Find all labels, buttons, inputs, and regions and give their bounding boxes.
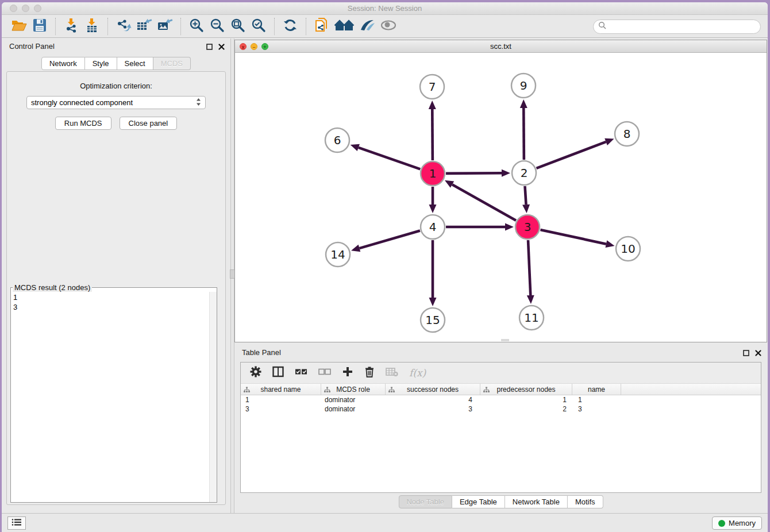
- run-mcds-button[interactable]: Run MCDS: [55, 117, 111, 130]
- column-type-icon: [244, 387, 250, 395]
- search-icon: [598, 21, 607, 32]
- control-panel-title: Control Panel: [9, 42, 55, 51]
- open-file-button[interactable]: [9, 17, 29, 36]
- column-header-predecessor-nodes[interactable]: predecessor nodes: [480, 384, 572, 395]
- graph-edge-1-6[interactable]: [359, 148, 420, 169]
- mcds-result-box: MCDS result (2 nodes) 1 3: [10, 283, 217, 503]
- import-table-button[interactable]: [82, 17, 102, 36]
- import-network-button[interactable]: [61, 17, 82, 36]
- cell-shared-name[interactable]: 1: [241, 395, 321, 404]
- graph-edge-arrowhead: [520, 99, 528, 108]
- column-header-mcds-role[interactable]: MCDS role: [321, 384, 386, 395]
- graph-edge-2-8[interactable]: [537, 142, 606, 168]
- column-header-successor-nodes[interactable]: successor nodes: [386, 384, 480, 395]
- export-network-button[interactable]: [113, 17, 134, 36]
- delete-table-button[interactable]: [386, 367, 398, 379]
- tab-style[interactable]: Style: [85, 57, 117, 70]
- cell-mcds-role[interactable]: dominator: [321, 404, 386, 414]
- select-all-button[interactable]: [295, 368, 307, 378]
- cell-successor-nodes[interactable]: 4: [386, 395, 480, 404]
- graph-edge-arrowhead: [505, 223, 514, 231]
- float-panel-icon[interactable]: [206, 42, 213, 52]
- mcds-result-list[interactable]: 1 3: [11, 292, 209, 502]
- deselect-all-button[interactable]: [318, 368, 331, 378]
- tab-edge-table[interactable]: Edge Table: [452, 495, 505, 508]
- cell-name[interactable]: 1: [572, 395, 621, 404]
- apply-layout-button[interactable]: [280, 17, 301, 36]
- export-image-button[interactable]: [155, 17, 175, 36]
- show-hide-button[interactable]: [378, 17, 399, 36]
- network-window-title: scc.txt: [235, 40, 767, 53]
- table-row[interactable]: 1 dominator 4 1 1: [241, 395, 761, 404]
- vertical-splitter[interactable]: [230, 38, 234, 513]
- graph-node-label: 7: [429, 80, 436, 94]
- add-column-button[interactable]: [342, 366, 353, 380]
- search-field[interactable]: [593, 20, 761, 34]
- column-header-name[interactable]: name: [572, 384, 621, 395]
- graph-edge-1-2[interactable]: [446, 173, 502, 174]
- table-row[interactable]: 3 dominator 3 2 3: [241, 404, 761, 414]
- delete-column-button[interactable]: [364, 366, 375, 380]
- copy-network-button[interactable]: [311, 17, 332, 36]
- close-table-panel-icon[interactable]: [755, 348, 761, 358]
- zoom-fit-button[interactable]: [228, 17, 248, 36]
- network-resize-grip[interactable]: [501, 339, 509, 341]
- cell-predecessor-nodes[interactable]: 2: [480, 404, 572, 414]
- network-view[interactable]: 7968124314101511: [235, 53, 767, 342]
- show-panels-button[interactable]: [7, 516, 26, 530]
- zoom-in-button[interactable]: [186, 17, 207, 36]
- zoom-selected-button[interactable]: [248, 17, 269, 36]
- export-table-button[interactable]: [134, 17, 155, 36]
- memory-button[interactable]: Memory: [712, 516, 762, 530]
- graph-node-label: 1: [429, 167, 437, 180]
- window-titlebar: Session: New Session: [2, 2, 768, 15]
- table-header: shared name MCDS role successor nodes pr…: [241, 384, 761, 395]
- table-settings-button[interactable]: [250, 366, 261, 380]
- tab-network[interactable]: Network: [41, 57, 85, 70]
- search-input[interactable]: [609, 21, 760, 32]
- float-table-panel-icon[interactable]: [743, 348, 749, 358]
- graph-edge-4-14[interactable]: [359, 230, 419, 248]
- tab-motifs[interactable]: Motifs: [568, 495, 603, 508]
- unchecked-boxes-icon: [318, 368, 331, 378]
- cell-name[interactable]: 3: [572, 404, 621, 414]
- save-session-button[interactable]: [29, 17, 50, 36]
- mcds-result-item[interactable]: 3: [13, 302, 209, 312]
- column-header-shared-name[interactable]: shared name: [241, 384, 321, 395]
- cell-predecessor-nodes[interactable]: 1: [480, 395, 572, 404]
- toolbar-separator: [107, 18, 108, 35]
- refresh-icon: [283, 18, 298, 35]
- mcds-result-title: MCDS result (2 nodes): [13, 283, 92, 292]
- zoom-out-button[interactable]: [207, 17, 228, 36]
- cell-shared-name[interactable]: 3: [241, 404, 321, 414]
- mcds-result-item[interactable]: 1: [13, 292, 209, 302]
- tab-mcds[interactable]: MCDS: [153, 57, 191, 70]
- list-icon: [11, 518, 22, 529]
- criterion-selected-value: strongly connected component: [31, 98, 196, 107]
- tab-node-table[interactable]: Node Table: [398, 495, 452, 508]
- toggle-panel-button[interactable]: [272, 366, 284, 380]
- cell-mcds-role[interactable]: dominator: [321, 395, 386, 404]
- graph-edge-2-9[interactable]: [523, 108, 524, 160]
- tab-select[interactable]: Select: [117, 57, 153, 70]
- graph-edge-3-1[interactable]: [452, 184, 516, 221]
- close-panel-icon[interactable]: [218, 42, 225, 52]
- criterion-select[interactable]: strongly connected component: [26, 96, 206, 109]
- workspace: Control Panel Network Style Select MCDS …: [2, 38, 768, 513]
- result-scrollbar[interactable]: [209, 292, 217, 502]
- network-canvas[interactable]: 7968124314101511: [235, 53, 767, 342]
- tab-network-table[interactable]: Network Table: [505, 495, 568, 508]
- graph-edge-1-7[interactable]: [432, 109, 433, 160]
- cell-successor-nodes[interactable]: 3: [386, 404, 480, 414]
- function-builder-button[interactable]: f(x): [409, 367, 426, 379]
- column-type-icon: [388, 387, 395, 395]
- graph-edge-3-10[interactable]: [540, 230, 606, 244]
- graph-node-label: 10: [621, 242, 635, 256]
- apply-style-button[interactable]: [357, 17, 378, 36]
- close-panel-button[interactable]: Close panel: [120, 117, 178, 130]
- first-neighbors-button[interactable]: [332, 17, 357, 36]
- column-type-icon: [483, 387, 490, 395]
- mcds-panel: Optimization criterion: strongly connect…: [6, 71, 226, 505]
- graph-edge-3-11[interactable]: [528, 240, 530, 295]
- graph-edge-2-3[interactable]: [525, 186, 526, 205]
